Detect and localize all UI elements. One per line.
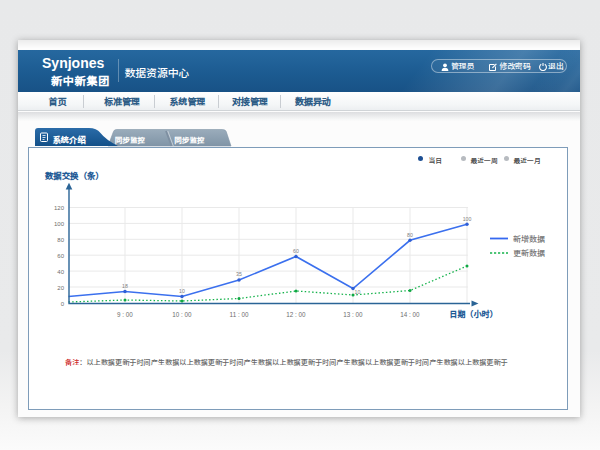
svg-text:13 : 00: 13 : 00 [343,311,363,318]
svg-text:新增数据: 新增数据 [513,234,545,244]
svg-text:18: 18 [122,283,128,289]
svg-text:0: 0 [61,301,65,307]
svg-text:14 : 00: 14 : 00 [400,311,420,318]
svg-text:更新数据: 更新数据 [513,249,545,258]
svg-text:100: 100 [463,216,472,222]
svg-text:10: 10 [179,288,185,294]
svg-text:100: 100 [54,221,65,227]
svg-text:10 : 00: 10 : 00 [172,311,192,318]
svg-text:11 : 00: 11 : 00 [230,311,249,318]
svg-text:40: 40 [57,269,64,275]
svg-text:20: 20 [57,285,64,291]
svg-text:9 : 00: 9 : 00 [117,311,133,318]
svg-text:35: 35 [236,271,242,277]
svg-text:60: 60 [293,248,299,254]
svg-text:12 : 00: 12 : 00 [286,311,306,318]
svg-text:80: 80 [57,237,64,243]
svg-text:日期（小时）: 日期（小时） [450,309,498,319]
svg-text:10: 10 [355,289,361,295]
svg-text:120: 120 [54,205,65,211]
svg-text:80: 80 [407,232,413,238]
svg-text:60: 60 [57,253,64,259]
